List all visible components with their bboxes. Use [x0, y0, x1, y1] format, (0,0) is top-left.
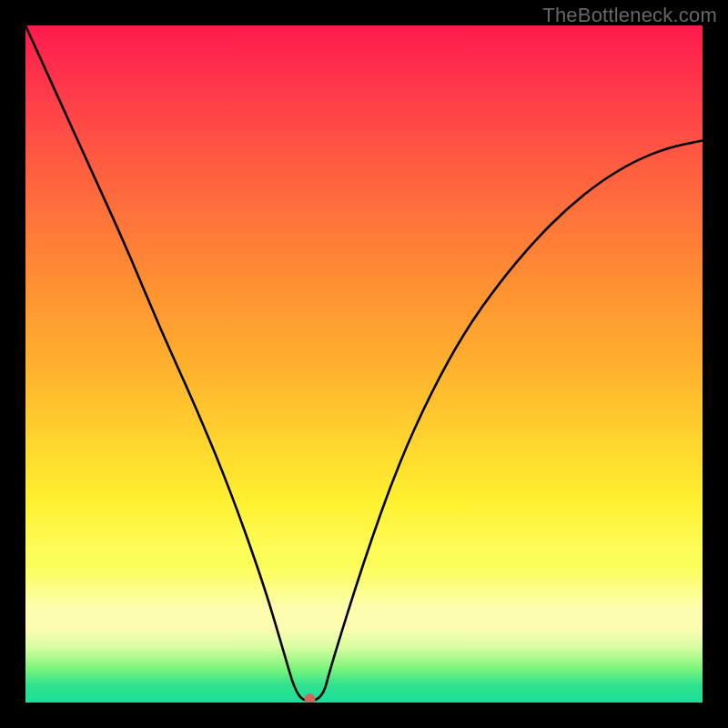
bottleneck-curve	[25, 25, 703, 703]
minimum-point-dot	[305, 693, 316, 703]
watermark-label: TheBottleneck.com	[542, 4, 717, 27]
chart-frame: TheBottleneck.com	[0, 0, 728, 728]
curve-path	[25, 25, 703, 701]
plot-area	[25, 25, 703, 703]
